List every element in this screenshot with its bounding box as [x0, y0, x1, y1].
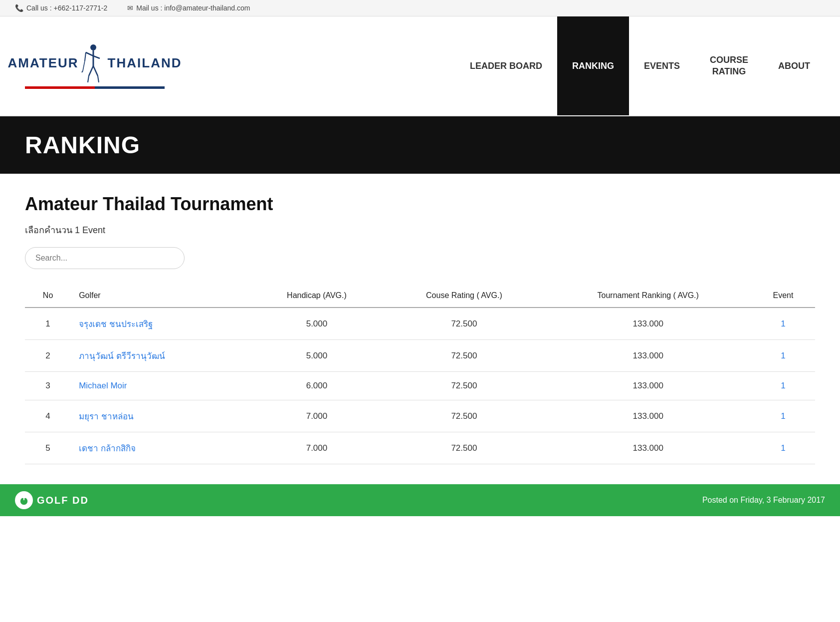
golfer-link[interactable]: มยุรา ชาหล่อน — [79, 412, 134, 421]
col-handicap: Handicap (AVG.) — [250, 284, 384, 308]
col-no: No — [25, 284, 71, 308]
col-tournament-ranking: Tournament Ranking ( AVG.) — [545, 284, 751, 308]
svg-line-9 — [83, 61, 85, 71]
svg-line-3 — [85, 52, 86, 61]
nav-leader-board[interactable]: LEADER BOARD — [455, 16, 557, 115]
phone-info: 📞 Call us : +662-117-2771-2 — [15, 4, 107, 12]
cell-golfer[interactable]: จรุงเดช ชนประเสริฐ — [71, 308, 250, 340]
footer-golf-icon — [15, 491, 33, 509]
cell-course-rating: 72.500 — [383, 432, 545, 464]
svg-marker-12 — [22, 495, 25, 498]
search-input[interactable] — [25, 247, 185, 269]
golfer-link[interactable]: จรุงเดช ชนประเสริฐ — [79, 319, 153, 329]
svg-line-10 — [82, 71, 83, 72]
nav-course-rating[interactable]: COURSERATING — [695, 16, 763, 115]
top-bar: 📞 Call us : +662-117-2771-2 ✉ Mail us : … — [0, 0, 840, 16]
cell-ranking: 133.000 — [545, 340, 751, 372]
footer: GOLF DD Posted on Friday, 3 February 201… — [0, 484, 840, 516]
phone-icon: 📞 — [15, 4, 23, 12]
cell-no: 1 — [25, 308, 71, 340]
cell-handicap: 6.000 — [250, 372, 384, 400]
footer-post-date: Posted on Friday, 3 February 2017 — [702, 496, 825, 505]
mail-text: Mail us : info@amateur-thailand.com — [136, 4, 250, 12]
col-golfer: Golfer — [71, 284, 250, 308]
cell-ranking: 133.000 — [545, 372, 751, 400]
cell-course-rating: 72.500 — [383, 400, 545, 432]
col-course-rating: Couse Rating ( AVG.) — [383, 284, 545, 308]
table-header-row: No Golfer Handicap (AVG.) Couse Rating (… — [25, 284, 815, 308]
footer-logo-text: GOLF DD — [37, 495, 89, 506]
cell-golfer[interactable]: Michael Moir — [71, 372, 250, 400]
ranking-table: No Golfer Handicap (AVG.) Couse Rating (… — [25, 284, 815, 464]
cell-handicap: 7.000 — [250, 400, 384, 432]
cell-no: 5 — [25, 432, 71, 464]
cell-course-rating: 72.500 — [383, 372, 545, 400]
cell-event[interactable]: 1 — [751, 308, 815, 340]
main-nav: LEADER BOARD RANKING EVENTS COURSERATING… — [455, 16, 825, 115]
golfer-icon — [81, 43, 106, 83]
cell-event[interactable]: 1 — [751, 400, 815, 432]
cell-ranking: 133.000 — [545, 400, 751, 432]
logo-text-part1: AMATEUR — [8, 55, 79, 71]
logo-underline — [25, 86, 165, 89]
table-row: 3 Michael Moir 6.000 72.500 133.000 1 — [25, 372, 815, 400]
event-link[interactable]: 1 — [781, 443, 785, 453]
cell-ranking: 133.000 — [545, 432, 751, 464]
cell-ranking: 133.000 — [545, 308, 751, 340]
cell-event[interactable]: 1 — [751, 372, 815, 400]
svg-rect-13 — [23, 498, 24, 500]
event-link[interactable]: 1 — [781, 351, 785, 360]
phone-text: Call us : +662-117-2771-2 — [26, 4, 107, 12]
cell-no: 2 — [25, 340, 71, 372]
golfer-link[interactable]: Michael Moir — [79, 381, 127, 390]
cell-event[interactable]: 1 — [751, 432, 815, 464]
cell-handicap: 7.000 — [250, 432, 384, 464]
svg-line-6 — [93, 66, 98, 76]
table-row: 2 ภานุวัฒน์ ตรีวีรานุวัฒน์ 5.000 72.500 … — [25, 340, 815, 372]
main-content: Amateur Thailad Tournament เลือกคำนวน 1 … — [0, 174, 840, 484]
cell-event[interactable]: 1 — [751, 340, 815, 372]
footer-logo: GOLF DD — [15, 491, 89, 509]
logo-text-part2: THAILAND — [108, 55, 182, 71]
table-row: 4 มยุรา ชาหล่อน 7.000 72.500 133.000 1 — [25, 400, 815, 432]
event-link[interactable]: 1 — [781, 411, 785, 421]
cell-handicap: 5.000 — [250, 340, 384, 372]
page-title-bar: RANKING — [0, 116, 840, 174]
logo[interactable]: AMATEUR THAILAND — [15, 43, 175, 89]
nav-ranking[interactable]: RANKING — [557, 16, 629, 115]
cell-golfer[interactable]: ภานุวัฒน์ ตรีวีรานุวัฒน์ — [71, 340, 250, 372]
cell-course-rating: 72.500 — [383, 308, 545, 340]
cell-handicap: 5.000 — [250, 308, 384, 340]
event-link[interactable]: 1 — [781, 381, 785, 390]
tournament-subtitle: เลือกคำนวน 1 Event — [25, 223, 815, 237]
golfer-link[interactable]: ภานุวัฒน์ ตรีวีรานุวัฒน์ — [79, 351, 165, 361]
svg-line-8 — [98, 76, 99, 82]
svg-point-0 — [90, 44, 96, 50]
mail-icon: ✉ — [127, 4, 133, 12]
svg-line-7 — [88, 76, 89, 82]
header: AMATEUR THAILAND LEADER BOARD R — [0, 16, 840, 116]
event-link[interactable]: 1 — [781, 319, 785, 328]
tournament-title: Amateur Thailad Tournament — [25, 194, 815, 215]
nav-about[interactable]: ABOUT — [763, 16, 825, 115]
cell-no: 3 — [25, 372, 71, 400]
col-event: Event — [751, 284, 815, 308]
cell-golfer[interactable]: เดชา กล้ากสิกิจ — [71, 432, 250, 464]
page-title: RANKING — [25, 131, 815, 159]
svg-line-4 — [93, 56, 100, 58]
table-row: 5 เดชา กล้ากสิกิจ 7.000 72.500 133.000 1 — [25, 432, 815, 464]
svg-line-5 — [89, 66, 93, 76]
table-row: 1 จรุงเดช ชนประเสริฐ 5.000 72.500 133.00… — [25, 308, 815, 340]
cell-no: 4 — [25, 400, 71, 432]
svg-line-2 — [86, 52, 93, 56]
nav-events[interactable]: EVENTS — [629, 16, 695, 115]
cell-course-rating: 72.500 — [383, 340, 545, 372]
golfer-link[interactable]: เดชา กล้ากสิกิจ — [79, 444, 136, 453]
cell-golfer[interactable]: มยุรา ชาหล่อน — [71, 400, 250, 432]
email-info: ✉ Mail us : info@amateur-thailand.com — [127, 4, 250, 12]
golf-icon-svg — [18, 494, 30, 506]
